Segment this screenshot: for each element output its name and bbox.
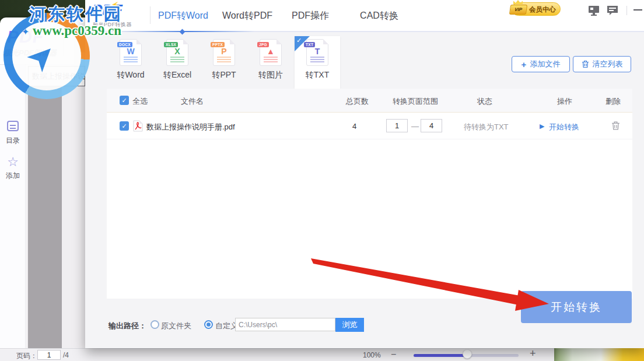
document-page (28, 86, 62, 348)
range-to-input[interactable] (421, 119, 442, 132)
trash-icon (582, 60, 589, 68)
crown-icon (513, 0, 523, 4)
feedback-icon[interactable] (607, 5, 618, 16)
col-select-all: 全选 (132, 96, 148, 107)
col-status: 状态 (477, 96, 492, 107)
pdf-file-icon (133, 120, 143, 132)
format-tab-to-word[interactable]: DOCX W 转Word (108, 36, 153, 89)
tab-word-to-pdf[interactable]: Word转PDF (217, 0, 278, 31)
col-pages: 总页数 (346, 96, 369, 107)
row-pages: 4 (352, 122, 356, 131)
zoom-percent: 100% (363, 351, 381, 359)
sidebar-item-add[interactable]: ☆ 添加 (0, 156, 26, 181)
lightning-icon: ⚡ (27, 24, 38, 34)
document-viewport (26, 86, 85, 348)
row-delete-icon[interactable] (611, 121, 620, 131)
select-all-checkbox[interactable]: ✓ (120, 96, 129, 105)
row-convert-link[interactable]: 开始转换 (549, 122, 579, 132)
zoom-slider-fill (414, 354, 467, 357)
minimize-button[interactable] (634, 9, 642, 10)
browse-button[interactable]: 浏览 (335, 318, 364, 332)
range-separator: — (411, 122, 419, 131)
reader-statusbar: 页码： /4 100% − + (0, 348, 554, 361)
star-icon: ☆ (7, 155, 19, 169)
vip-member-button[interactable]: VIP 会员中心 (512, 2, 561, 16)
output-path-label: 输出路径： (108, 321, 146, 331)
pptx-file-icon: PPTX P (213, 39, 235, 66)
row-checkbox[interactable]: ✓ (120, 121, 129, 131)
table-row: ✓ 数据上报操作说明手册.pdf 4 — 待转换为TXT ▶ 开始转换 (107, 113, 632, 139)
sidebar-item-toc[interactable]: 目录 (0, 121, 26, 146)
zoom-slider-handle[interactable] (463, 349, 472, 359)
docx-file-icon: DOCX W (120, 39, 142, 66)
range-from-input[interactable] (386, 119, 408, 132)
format-tab-to-ppt[interactable]: PPTX P 转PPT (201, 36, 247, 89)
col-action: 操作 (557, 96, 572, 107)
format-tab-to-txt-selected[interactable]: ✓ TXT T 转TXT (295, 36, 340, 89)
zoom-in-button[interactable]: + (530, 348, 536, 360)
format-tab-to-excel[interactable]: XLSX X 转Excel (155, 36, 200, 89)
add-files-button[interactable]: + 添加文件 (512, 56, 570, 72)
tab-cad-convert[interactable]: CAD转换 (349, 0, 410, 31)
col-range: 转换页面范围 (393, 96, 438, 107)
page-number-label: 页码： (16, 351, 37, 361)
reader-sidebar: 目录 ☆ 添加 (0, 65, 26, 348)
row-filename: 数据上报操作说明手册.pdf (146, 122, 235, 132)
active-tab-indicator (120, 31, 254, 32)
converter-logo-subtitle: 极光PDF转换器 (93, 21, 132, 29)
converter-topbar: PDF ⚡ 极光PDF转换器 PDF转Word Word转PDF PDF操作 C… (85, 0, 644, 32)
reader-logo: PDF (7, 27, 44, 47)
document-tab[interactable]: 数据上报操作说明 (28, 66, 85, 86)
tab-pdf-ops[interactable]: PDF操作 (281, 0, 340, 31)
row-status: 待转换为TXT (464, 122, 509, 132)
divider (626, 6, 627, 15)
vip-badge: VIP (509, 5, 527, 15)
format-tab-to-image[interactable]: JPG ▲ 转图片 (248, 36, 293, 89)
jpg-file-icon: JPG ▲ (260, 39, 282, 66)
xlsx-file-icon: XLSX X (166, 39, 188, 66)
plus-icon: + (522, 61, 527, 68)
col-filename: 文件名 (181, 96, 204, 107)
page-number-input[interactable] (37, 350, 61, 360)
start-convert-button[interactable]: 开始转换 (521, 291, 632, 323)
check-icon: ✓ (296, 37, 302, 44)
txt-file-icon: TXT T (306, 39, 328, 66)
table-header: ✓ 全选 文件名 总页数 转换页面范围 状态 操作 删除 (107, 89, 632, 113)
pdf-converter-window: PDF ⚡ 极光PDF转换器 PDF转Word Word转PDF PDF操作 C… (85, 0, 644, 348)
radio-source-folder[interactable] (150, 320, 159, 329)
toolbar-icon-fragment (80, 31, 85, 52)
output-path-input[interactable] (235, 318, 335, 331)
play-icon: ▶ (540, 122, 544, 130)
col-delete: 删除 (606, 96, 621, 107)
clear-list-button[interactable]: 清空列表 (573, 56, 631, 72)
page-total: /4 (63, 351, 69, 359)
file-table: ✓ 全选 文件名 总页数 转换页面范围 状态 操作 删除 ✓ 数据上报操作说明手… (107, 89, 632, 299)
display-icon[interactable] (588, 5, 600, 16)
screen: PDF ⚡ 极光PDF阅读器 数据上报操作说明 目录 ☆ 添加 页码： /4 1… (0, 0, 644, 361)
divider (63, 26, 64, 56)
toc-icon (7, 121, 19, 131)
radio-custom-path-selected[interactable] (204, 320, 213, 329)
divider (150, 6, 150, 24)
lightning-icon: ⚡ (110, 1, 120, 10)
radio-source-folder-label: 原文件夹 (161, 321, 191, 331)
tab-pdf-to-word[interactable]: PDF转Word (153, 0, 214, 31)
reader-logo-subtitle: 极光PDF阅读器 (4, 48, 57, 58)
zoom-out-button[interactable]: − (391, 349, 396, 360)
